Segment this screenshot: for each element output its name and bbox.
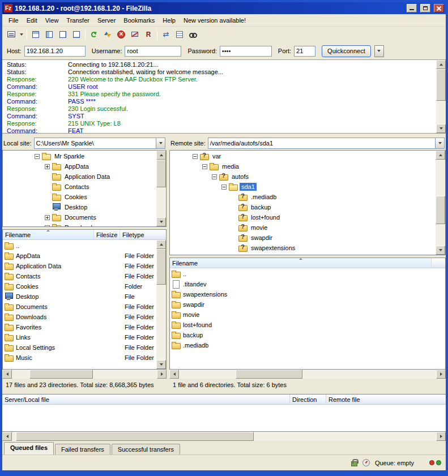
file-row[interactable]: swapextensions [170,289,445,299]
column-header-filename[interactable]: Filename [3,230,94,239]
tree-item[interactable]: dvd [170,253,436,255]
tree-item[interactable]: backup [170,202,436,212]
scroll-left-button[interactable] [169,370,179,379]
username-input[interactable] [125,46,181,57]
file-row[interactable]: lost+found [170,320,445,330]
expander-minus-icon[interactable] [35,154,40,159]
file-row[interactable]: backup [170,330,445,340]
tree-item[interactable]: Contacts [3,182,156,192]
expander-minus-icon[interactable] [193,154,198,159]
scroll-left-button[interactable] [2,370,12,379]
file-row[interactable]: LinksFile Folder [3,332,156,342]
process-queue-button[interactable] [101,28,114,41]
tree-item[interactable]: Documents [3,212,156,222]
file-row[interactable]: FavoritesFile Folder [3,322,156,332]
menu-file[interactable]: File [5,15,23,25]
vertical-scrollbar[interactable] [436,151,445,255]
tree-item[interactable]: media [170,161,436,171]
file-row[interactable]: DesktopFile [3,291,156,302]
column-header-filesize[interactable]: Filesize [94,230,120,239]
menu-bookmarks[interactable]: Bookmarks [120,15,159,25]
file-row[interactable]: .mediadb [170,340,445,350]
scroll-up-button[interactable] [156,240,166,249]
tree-item[interactable]: Cookies [3,192,156,202]
tree-item[interactable]: Mr Sparkle [3,151,156,161]
file-row[interactable]: ContactsFile Folder [3,271,156,281]
reconnect-button[interactable] [142,28,155,41]
find-files-button[interactable] [186,28,200,41]
tree-item[interactable]: movie [170,222,436,233]
vertical-scrollbar[interactable] [156,151,166,226]
scroll-right-button[interactable] [157,370,167,379]
column-header-direction[interactable]: Direction [290,394,326,404]
speed-limits-icon[interactable] [362,459,370,466]
tree-item[interactable]: .mediadb [170,192,436,202]
scroll-up-button[interactable] [156,151,166,160]
site-manager-dropdown[interactable] [18,28,25,41]
menu-help[interactable]: Help [159,15,180,25]
scrollbar-thumb[interactable] [236,370,302,379]
scroll-up-button[interactable] [436,60,446,69]
expander-plus-icon[interactable] [45,164,50,169]
tree-item[interactable]: swapdir [170,233,436,243]
file-row[interactable]: MusicFile Folder [3,353,156,363]
toggle-queue-button[interactable] [70,28,83,41]
scroll-left-button[interactable] [2,432,12,441]
file-row[interactable]: CookiesFolder [3,281,156,291]
compare-directories-button[interactable] [159,28,173,41]
file-row[interactable]: DocumentsFile Folder [3,302,156,312]
scroll-down-button[interactable] [436,246,445,255]
tree-item[interactable]: Downloads [3,222,156,226]
expander-minus-icon[interactable] [212,174,217,179]
toggle-message-log-button[interactable] [29,28,42,41]
tree-item[interactable]: Desktop [3,202,156,212]
toggle-remote-tree-button[interactable] [56,28,70,41]
horizontal-scrollbar[interactable] [2,432,446,441]
scrollbar-thumb[interactable] [29,370,93,379]
cancel-button[interactable] [114,28,128,41]
scrollbar-thumb[interactable] [156,160,166,187]
expander-plus-icon[interactable] [45,225,50,227]
remote-path-dropdown[interactable] [435,138,444,148]
remote-site-combo[interactable] [208,138,445,149]
scrollbar-thumb[interactable] [436,69,446,101]
close-button[interactable] [434,4,444,12]
column-header-filetype[interactable]: Filetype [120,230,166,239]
scroll-down-button[interactable] [156,217,166,226]
tab-successful-transfers[interactable]: Successful transfers [112,444,180,454]
disconnect-button[interactable] [128,28,142,41]
local-site-combo[interactable] [34,138,165,149]
toggle-local-tree-button[interactable] [42,28,56,41]
minimize-button[interactable] [407,4,417,12]
scroll-right-button[interactable] [436,432,446,441]
tab-failed-transfers[interactable]: Failed transfers [55,444,110,454]
quickconnect-dropdown[interactable] [374,45,384,57]
menu-server[interactable]: Server [93,15,120,25]
file-row[interactable]: AppDataFile Folder [3,251,156,261]
column-header-remote-file[interactable]: Remote file [326,394,446,404]
expander-minus-icon[interactable] [221,185,227,190]
remote-path-input[interactable] [208,138,435,148]
tree-item[interactable]: lost+found [170,212,436,222]
horizontal-scrollbar[interactable] [169,370,446,379]
file-row[interactable]: .. [3,241,156,251]
column-header-filename[interactable]: Filename [170,258,432,268]
tree-item[interactable]: var [170,151,436,161]
tree-item[interactable]: swapextensions [170,243,436,253]
local-path-input[interactable] [35,138,156,148]
expander-minus-icon[interactable] [202,164,207,169]
tree-item[interactable]: autofs [170,171,436,182]
quickconnect-button[interactable]: Quickconnect [322,45,371,57]
file-row[interactable]: .. [170,269,445,279]
title-bar[interactable]: Fz 192.168.1.20 - root@192.168.1.20 - Fi… [2,2,446,14]
encryption-icon[interactable] [351,459,357,466]
file-row[interactable]: Application DataFile Folder [3,261,156,271]
site-manager-button[interactable] [5,28,18,41]
expander-plus-icon[interactable] [45,215,50,220]
file-row[interactable]: Local SettingsFile Folder [3,342,156,353]
file-row[interactable]: movie [170,310,445,320]
menu-new-version[interactable]: New version available! [180,15,250,25]
vertical-scrollbar[interactable] [436,60,446,133]
tree-item-selected[interactable]: sda1 [170,182,436,192]
menu-edit[interactable]: Edit [23,15,41,25]
